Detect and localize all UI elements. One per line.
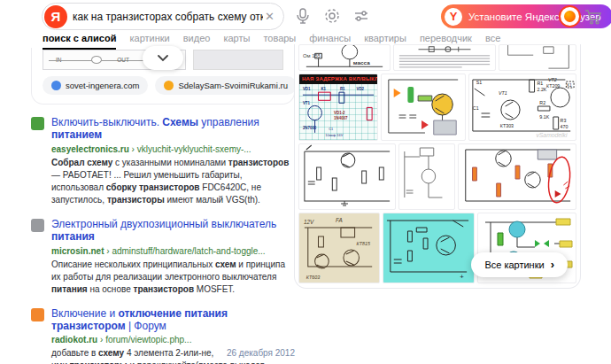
cart-icon[interactable] [584,8,601,26]
svg-text:VT1: VT1 [303,101,311,105]
svg-text:КТ815: КТ815 [357,241,371,246]
result-url[interactable]: radiokot.ru › forum/viewtopic.php... [31,335,295,345]
svg-text:+: + [460,273,464,281]
strip-out-label: OUT [117,57,129,63]
image-result[interactable]: НАЯ ЗАДЕРЖКА ВКЛ/ВЫКЛ. Н VD1 K1 R1 VD2 V… [298,74,378,141]
svg-text:FA: FA [336,217,343,223]
svg-text:C1: C1 [329,127,334,131]
strip-component [91,56,102,64]
filters-icon[interactable] [352,7,370,25]
search-bar[interactable]: Я как на транзисторах собрать схему откл… [42,3,284,30]
svg-text:VD1-2: VD1-2 [334,110,345,114]
search-result: Включить-выключить. Схемы управления пит… [31,116,295,206]
site-favicon [31,117,44,130]
all-images-button[interactable]: Все картинки › [471,252,568,277]
svg-text:K1: K1 [321,87,326,91]
image-search-icon[interactable] [323,7,341,25]
svg-text:Ом 155: Ом 155 [303,53,321,58]
result-snippet: Собрал схему с указанными номиналами тра… [31,157,295,206]
result-snippet: Описание нескольких принципиальных схем … [31,259,295,296]
svg-text:K1: K1 [567,83,572,88]
image-result[interactable] [298,143,396,210]
chip-favicon [51,81,61,90]
svg-text:масса: масса [353,60,370,66]
svg-text:S1: S1 [476,80,483,85]
result-title-link[interactable]: Включение и отключение питания транзисто… [51,307,295,333]
all-images-label: Все картинки [484,259,544,270]
svg-text:КТ209: КТ209 [546,83,560,89]
result-title-link[interactable]: Включить-выключить. Схемы управления пит… [51,116,295,142]
chip-label: sovet-ingenera.com [66,81,139,90]
watermark: vSamodelki [536,132,567,138]
result-url[interactable]: microsin.net › adminstuff/hardware/latch… [31,246,295,256]
image-caption: НАЯ ЗАДЕРЖКА ВКЛ/ВЫКЛ. Н [299,74,377,84]
svg-text:КТ603: КТ603 [306,275,320,280]
image-result[interactable] [458,143,576,210]
search-toolbar [294,7,370,25]
image-result[interactable] [393,44,496,71]
images-panel: Ом 155 масса [294,44,581,289]
svg-text:2.2K: 2.2K [537,87,546,92]
image-result[interactable] [499,44,576,71]
svg-text:2N7000: 2N7000 [303,126,317,130]
svg-text:КТ303: КТ303 [500,123,514,128]
image-result[interactable]: 12V FA КТ815 КТ603 [298,213,380,283]
site-favicon [31,219,44,232]
chip-favicon [164,81,174,90]
alice-icon[interactable] [559,5,581,27]
search-result: Включение и отключение питания транзисто… [31,307,295,364]
search-result: Электронный двухпозиционный выключатель … [31,218,295,296]
collapsed-card: IN OUT sovet-ingenera.com [31,48,295,105]
svg-text:C1: C1 [473,105,479,111]
image-result[interactable]: + [383,213,475,283]
yandex-logo[interactable]: Я [44,5,67,28]
chevron-down-icon [158,55,168,62]
svg-text:1N4007: 1N4007 [334,116,348,120]
result-date: 26 декабря 2012 [227,347,295,360]
svg-text:12V: 12V [304,219,314,225]
strip-image-2[interactable] [193,50,283,70]
svg-text:9.1K: 9.1K [539,114,549,120]
svg-text:R1: R1 [537,81,543,86]
svg-text:R2: R2 [539,100,545,105]
microphone-icon[interactable] [294,7,312,25]
image-result[interactable]: Ом 155 масса [298,44,391,71]
results-column: IN OUT sovet-ingenera.com [31,48,295,364]
image-result[interactable]: S1 C1 VT1 КТ303 R1 2.2K R2 9.1K VT2 КТ20… [468,74,576,141]
chevron-right-icon: › [551,260,554,269]
svg-text:VD1: VD1 [303,87,311,91]
svg-text:VD2: VD2 [357,87,365,91]
svg-text:470: 470 [561,124,568,129]
result-title-link[interactable]: Электронный двухпозиционный выключатель … [51,218,295,244]
svg-text:VT2: VT2 [548,77,557,82]
source-chips: sovet-ingenera.com SdelaySam-SvoimiRukam… [43,76,283,95]
image-result[interactable] [398,143,455,210]
svg-text:R1: R1 [340,87,345,91]
yandex-browser-logo: Y [445,8,462,26]
chip-label: SdelaySam-SvoimiRukami.ru [178,81,288,90]
site-favicon [31,308,44,321]
search-input[interactable]: как на транзисторах собрать схему отключ… [67,11,263,23]
image-result[interactable] [381,74,466,141]
yandex-serp: Я как на транзисторах собрать схему откл… [0,0,611,364]
install-browser-label: Установите Яндекс Браузер [468,12,601,22]
svg-text:R3: R3 [561,118,567,123]
expand-card-button[interactable] [143,46,183,70]
result-snippet: 26 декабря 2012 добавьте в схему 4 элеме… [31,347,295,364]
result-url[interactable]: easyelectronics.ru › vklyuchit-vyklyuchi… [31,144,295,154]
chip-sdelaysam[interactable]: SdelaySam-SvoimiRukami.ru [155,76,297,95]
chip-sovet-ingenera[interactable]: sovet-ingenera.com [43,76,148,95]
alice-dot [564,11,576,22]
svg-text:VT1: VT1 [499,90,507,96]
clear-search-icon[interactable]: ✕ [263,10,283,23]
svg-text:10мкф 16V: 10мкф 16V [325,133,343,137]
